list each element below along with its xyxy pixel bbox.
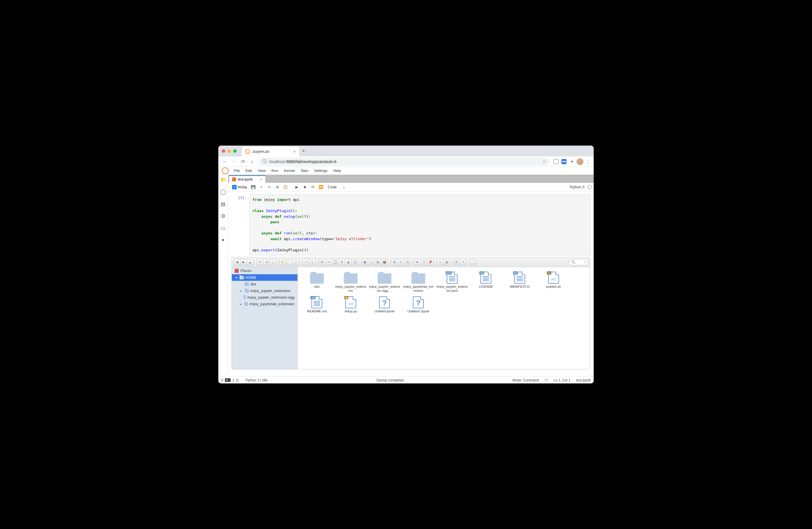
tree-item[interactable]: ▸imjoy_jupyterlab_extension	[232, 301, 298, 307]
browser-tab[interactable]: JupyterLab ×	[242, 147, 299, 156]
minimize-button[interactable]	[228, 149, 231, 153]
menu-view[interactable]: View	[255, 169, 269, 173]
extensions-icon[interactable]: ✦	[220, 237, 226, 243]
select-invert-icon[interactable]: ▨	[375, 259, 381, 266]
file-item[interactable]: ?Untitled.ipynb	[367, 295, 402, 315]
document-tab[interactable]: test.ipynb ×	[229, 175, 265, 183]
maximize-button[interactable]	[233, 149, 237, 153]
copy-button[interactable]: ⧉	[274, 184, 281, 190]
file-item[interactable]: sh{∞}publish.sh	[537, 271, 570, 294]
file-item[interactable]: py{∞}setup.py	[334, 295, 367, 315]
notebook-content[interactable]: [7]: from imjoy import api class ImJoyPl…	[228, 191, 594, 376]
url-input[interactable]: ⓘ localhost:8888/lab/workspaces/auto-b ☆	[259, 158, 550, 166]
site-info-icon[interactable]: ⓘ	[262, 158, 267, 165]
new-tab-button[interactable]: +	[302, 148, 305, 154]
empty-icon[interactable]: 🗑	[345, 259, 352, 266]
places-icon[interactable]: 📌	[427, 259, 434, 266]
archive-icon[interactable]: 📦	[381, 259, 388, 266]
paste-button[interactable]: 📋	[282, 184, 289, 190]
file-item[interactable]: imjoy_jupyter_extension.egg-…	[367, 271, 402, 294]
cut-icon[interactable]: ✂	[325, 259, 332, 266]
mkdir-icon[interactable]: 📁	[279, 259, 286, 266]
running-icon[interactable]: ◯	[220, 189, 226, 195]
file-item[interactable]: txtLICENSE	[469, 271, 503, 294]
kernel-indicator[interactable]	[588, 185, 591, 189]
file-item[interactable]: imjoy_jupyterlab_extension	[402, 271, 435, 294]
tree-item[interactable]: dist	[232, 281, 298, 287]
tree-item[interactable]: ▼HOME	[232, 274, 298, 281]
places-header[interactable]: Places	[232, 267, 298, 274]
columns-icon[interactable]: ▥	[443, 259, 450, 266]
file-item[interactable]: dist	[300, 271, 334, 294]
view-list-icon[interactable]: ☷	[397, 259, 404, 266]
extensions-icon[interactable]: ✦	[568, 158, 575, 165]
select-all-icon[interactable]: ▦	[361, 259, 368, 266]
tab-close-icon[interactable]: ×	[293, 149, 296, 154]
filename-indicator[interactable]: test.ipynb	[576, 378, 591, 382]
mode-indicator[interactable]: Mode: Command	[512, 378, 539, 382]
rw-extension-icon[interactable]: RW	[561, 158, 567, 165]
duplicate-icon[interactable]: ⿻	[351, 259, 359, 266]
prefs-icon[interactable]: ⚙	[453, 259, 460, 266]
trusted-icon[interactable]: 🛡	[545, 378, 548, 382]
run-button[interactable]: ▶	[293, 184, 300, 190]
paste-icon[interactable]: 📋	[332, 259, 339, 266]
copy-icon[interactable]: ⧉	[319, 259, 325, 266]
kernel-name[interactable]: Python 3	[570, 185, 584, 189]
cut-button[interactable]: ✂	[266, 184, 273, 190]
elfinder-search[interactable]: 🔍 ×	[569, 259, 588, 266]
menu-run[interactable]: Run	[269, 169, 281, 173]
menu-file[interactable]: File	[231, 169, 243, 173]
open-icon[interactable]: ↗	[302, 259, 309, 266]
file-item[interactable]: mdREADME.md	[300, 295, 334, 315]
elfinder-cwd[interactable]: distimjoy_jupyter_extensionimjoy_jupyter…	[298, 267, 590, 369]
close-tab-icon[interactable]: ×	[260, 177, 262, 182]
up-icon[interactable]: ▲	[247, 259, 253, 266]
menu-tabs[interactable]: Tabs	[298, 169, 311, 173]
help-icon[interactable]: ?	[460, 259, 466, 266]
settings-icon[interactable]: ⚙	[220, 213, 226, 219]
info-icon[interactable]: ⓘ	[420, 259, 427, 266]
fullscreen-icon[interactable]: ⛶	[469, 259, 476, 266]
file-item[interactable]: imjoy_jupyter_extension	[334, 271, 367, 294]
chrome-menu-icon[interactable]: ⋮	[584, 158, 591, 165]
menu-help[interactable]: Help	[330, 169, 344, 173]
file-item[interactable]: txtMANIFEST.in	[503, 271, 537, 294]
view-sort-icon[interactable]: ⊟	[404, 259, 411, 266]
preview-icon[interactable]: 👁	[414, 259, 421, 266]
forward-button[interactable]: →	[230, 158, 238, 166]
netmount-icon[interactable]: ⇲	[263, 259, 270, 266]
close-button[interactable]	[222, 149, 225, 153]
restart-button[interactable]: ⟳	[309, 184, 316, 190]
file-item[interactable]: jsonimjoy_jupyter_extension.json	[435, 271, 469, 294]
code-input[interactable]: from imjoy import api class ImJoyPlugin(…	[249, 194, 591, 255]
stop-button[interactable]: ■	[301, 184, 308, 190]
run-all-button[interactable]: ⏩	[318, 184, 324, 190]
delete-icon[interactable]: ✕	[338, 259, 345, 266]
forward-icon[interactable]: ▶	[240, 259, 247, 266]
commands-icon[interactable]: ▤	[220, 201, 226, 207]
insert-cell-button[interactable]: +	[258, 184, 265, 190]
code-cell[interactable]: [7]: from imjoy import api class ImJoyPl…	[231, 194, 591, 255]
imjoy-button[interactable]: ☺ ImJoy	[230, 184, 249, 190]
kernel-status[interactable]: Python 3 | Idle	[246, 378, 267, 382]
reload-button[interactable]: ⟳	[239, 158, 247, 166]
file-browser-icon[interactable]: 📁	[220, 177, 226, 183]
cell-type-dropdown[interactable]: Code ⌄	[325, 185, 348, 189]
menu-kernel[interactable]: Kernel	[281, 169, 298, 173]
save-button[interactable]: 💾	[250, 184, 257, 190]
terminals-count[interactable]: 0	[221, 378, 223, 382]
tree-item[interactable]: imjoy_jupyter_extension.egg	[232, 294, 298, 301]
menu-settings[interactable]: Settings	[311, 169, 330, 173]
tabs-icon[interactable]: ▭	[220, 225, 226, 231]
mkfile-icon[interactable]: 📄	[286, 259, 293, 266]
sort-mode-icon[interactable]: ≡	[437, 259, 444, 266]
reload-icon[interactable]: ⟳	[257, 259, 263, 266]
home-button[interactable]: ⌂	[248, 158, 256, 166]
search-close-icon[interactable]: ×	[584, 260, 586, 264]
menu-edit[interactable]: Edit	[243, 169, 255, 173]
back-button[interactable]: ←	[221, 158, 229, 166]
profile-avatar[interactable]	[577, 158, 583, 165]
upload-icon[interactable]: ⤴	[292, 259, 300, 266]
select-none-icon[interactable]: ▢	[368, 259, 375, 266]
